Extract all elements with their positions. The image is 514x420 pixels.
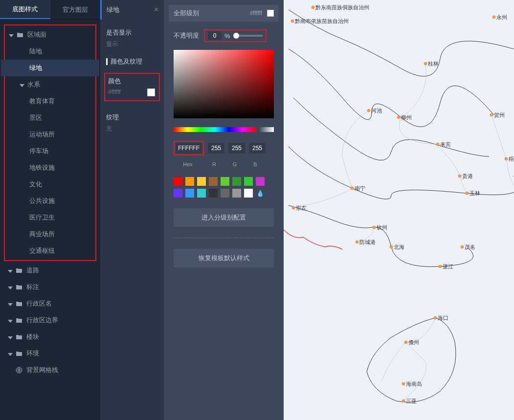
- color-swatch[interactable]: [147, 88, 155, 96]
- tree-item-area[interactable]: 区域面: [1, 26, 99, 43]
- hex-input[interactable]: [176, 143, 202, 154]
- preset-swatch[interactable]: [221, 177, 229, 186]
- tree-item-parking[interactable]: 停车场: [1, 143, 99, 159]
- city-dot: [436, 143, 439, 146]
- city-dot: [397, 116, 400, 119]
- highlighted-group: 区域面 陆地 绿地 水系 教育体育 景区 运动场所 停车场 地铁设施 文化 公共…: [4, 24, 96, 261]
- tree-label: 标注: [26, 283, 39, 291]
- property-panel: 绿地 ✕ 是否显示 显示 颜色及纹理 颜色 #ffffff 纹理 无: [100, 0, 164, 420]
- tree-label: 商业场所: [29, 230, 55, 239]
- tree-item-building[interactable]: 楼块: [0, 329, 100, 345]
- city-label: 南宁: [355, 185, 365, 191]
- city-dot: [458, 175, 461, 177]
- hue-slider[interactable]: [174, 127, 256, 132]
- preset-swatch[interactable]: [244, 189, 253, 198]
- tab-official-layers[interactable]: 官方图层: [50, 0, 101, 19]
- city-label: 北海: [394, 244, 404, 250]
- texture-value[interactable]: 无: [100, 125, 164, 133]
- preset-swatch[interactable]: [209, 177, 218, 186]
- tree-item-subway[interactable]: 地铁设施: [1, 159, 99, 176]
- tree-label: 背景网格线: [26, 366, 58, 375]
- all-levels-row[interactable]: 全部级别 #ffffff: [169, 5, 279, 22]
- hex-labels: Hex R G B: [169, 160, 279, 168]
- opacity-input[interactable]: [208, 31, 222, 40]
- tree-item-env[interactable]: 环境: [0, 345, 100, 362]
- color-picker-panel: 全部级别 #ffffff 不透明度 % Hex R G B 💧 进入分级别配置 …: [164, 0, 284, 420]
- texture-label: 纹理: [100, 104, 164, 125]
- caret-down-icon: [9, 32, 14, 37]
- preset-swatch[interactable]: [244, 177, 253, 186]
- preset-swatch[interactable]: [174, 189, 182, 198]
- city-label: 黔南布依族苗族自治州: [294, 18, 349, 24]
- tree-label: 医疗卫生: [29, 213, 55, 222]
- tree-label: 水系: [27, 80, 40, 89]
- preset-swatch[interactable]: [185, 177, 194, 186]
- color-section-text: 颜色及纹理: [111, 57, 142, 66]
- tree-item-admin-boundary[interactable]: 行政区边界: [0, 312, 100, 329]
- city-dot: [404, 341, 407, 344]
- b-input[interactable]: [249, 143, 266, 154]
- city-label: 防城港: [359, 239, 376, 245]
- tree-label: 楼块: [26, 332, 39, 341]
- eyedropper-icon[interactable]: 💧: [256, 189, 265, 198]
- tree-item-commercial[interactable]: 商业场所: [1, 226, 99, 243]
- tree-item-green[interactable]: 绿地: [1, 60, 99, 76]
- show-value[interactable]: 显示: [100, 40, 164, 48]
- preset-swatch[interactable]: [174, 177, 182, 186]
- left-sidebar: 底图样式 官方图层 区域面 陆地 绿地 水系 教育体育 景区 运动场所 停车场 …: [0, 0, 100, 420]
- caret-down-icon: [8, 334, 13, 339]
- map-viewport[interactable]: 黔东南苗族侗族自治州黔南布依族苗族自治州永州桂林河池柳州贺州来宾梧州贵港南宁玉林…: [284, 0, 514, 420]
- preset-swatch[interactable]: [197, 177, 206, 186]
- tree-label: 区域面: [27, 30, 46, 39]
- tree-label: 道路: [26, 266, 39, 275]
- svg-marker-3: [8, 287, 13, 289]
- color-gradient-area[interactable]: [174, 50, 274, 118]
- city-dot: [402, 399, 405, 402]
- r-input[interactable]: [208, 143, 224, 154]
- b-label: B: [247, 161, 264, 167]
- tree-label: 陆地: [29, 47, 42, 56]
- tree-item-land[interactable]: 陆地: [1, 43, 99, 60]
- tree-item-label[interactable]: 标注: [0, 279, 100, 295]
- close-icon[interactable]: ✕: [154, 6, 159, 13]
- svg-marker-1: [20, 84, 24, 87]
- color-row-highlighted[interactable]: 颜色 #ffffff: [104, 73, 160, 101]
- tree-label: 环境: [26, 349, 39, 358]
- tree-item-bggrid[interactable]: 背景网格线: [0, 362, 100, 378]
- city-labels: 黔东南苗族侗族自治州黔南布依族苗族自治州永州桂林河池柳州贺州来宾梧州贵港南宁玉林…: [291, 4, 514, 404]
- tree-item-admin-name[interactable]: 行政区名: [0, 295, 100, 312]
- tab-basemap-style[interactable]: 底图样式: [0, 0, 50, 19]
- opacity-slider[interactable]: [233, 35, 263, 37]
- tree-item-scenic[interactable]: 景区: [1, 110, 99, 126]
- tree-label: 行政区边界: [26, 316, 58, 325]
- tree-label: 交通枢纽: [29, 246, 55, 255]
- preset-swatch[interactable]: [209, 189, 218, 198]
- svg-marker-4: [8, 303, 13, 306]
- divider: [174, 238, 274, 238]
- preset-swatch[interactable]: [197, 189, 206, 198]
- tree-item-transport[interactable]: 交通枢纽: [1, 243, 99, 259]
- r-label: R: [206, 161, 223, 167]
- tree-item-public[interactable]: 公共设施: [1, 193, 99, 209]
- tree-item-edu[interactable]: 教育体育: [1, 93, 99, 110]
- tree-item-medical[interactable]: 医疗卫生: [1, 209, 99, 226]
- reset-style-button[interactable]: 恢复模板默认样式: [174, 249, 274, 267]
- tree-item-water[interactable]: 水系: [1, 76, 99, 93]
- city-label: 崇左: [296, 205, 307, 211]
- preset-swatch[interactable]: [232, 189, 241, 198]
- tree-item-road[interactable]: 道路: [0, 262, 100, 279]
- preset-swatch[interactable]: [185, 189, 194, 198]
- g-label: G: [226, 161, 243, 167]
- city-label: 儋州: [408, 339, 419, 345]
- level-config-button[interactable]: 进入分级别配置: [174, 208, 274, 227]
- tree-item-culture[interactable]: 文化: [1, 176, 99, 193]
- city-dot: [424, 62, 427, 65]
- city-dot: [492, 16, 495, 19]
- alpha-slider[interactable]: [259, 127, 274, 132]
- tree-item-sport[interactable]: 运动场所: [1, 126, 99, 143]
- g-input[interactable]: [228, 143, 245, 154]
- preset-swatch[interactable]: [232, 177, 241, 186]
- preset-swatch[interactable]: [221, 189, 229, 198]
- hue-bar-row: [174, 127, 274, 132]
- preset-swatch[interactable]: [256, 177, 265, 186]
